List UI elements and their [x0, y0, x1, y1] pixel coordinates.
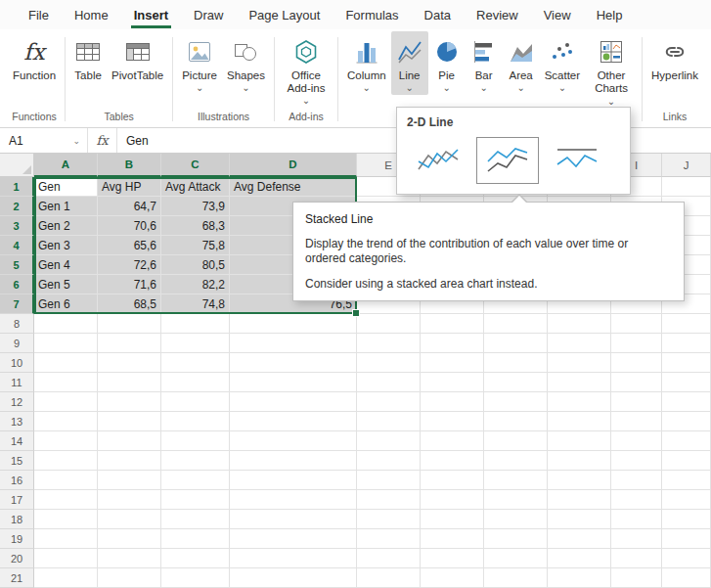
- row-header-21[interactable]: 21: [0, 568, 34, 588]
- cell-F10[interactable]: [421, 353, 484, 373]
- cell-J12[interactable]: [662, 392, 711, 412]
- row-header-4[interactable]: 4: [0, 236, 34, 255]
- cell-D15[interactable]: [230, 451, 357, 471]
- shapes-button[interactable]: Shapes ⌄: [222, 31, 270, 95]
- area-chart-button[interactable]: Area ⌄: [503, 31, 540, 95]
- cell-J11[interactable]: [662, 373, 711, 392]
- cell-E20[interactable]: [357, 549, 421, 568]
- insert-function-button[interactable]: fx: [88, 128, 117, 153]
- cell-B9[interactable]: [98, 334, 161, 353]
- cell-C13[interactable]: [161, 412, 230, 431]
- menu-tab-draw[interactable]: Draw: [181, 0, 236, 29]
- cell-H9[interactable]: [548, 334, 611, 353]
- cell-C14[interactable]: [161, 431, 230, 451]
- cell-J18[interactable]: [662, 510, 711, 529]
- row-header-20[interactable]: 20: [0, 549, 34, 568]
- cell-F11[interactable]: [421, 373, 484, 392]
- cell-H16[interactable]: [548, 471, 611, 490]
- cell-C2[interactable]: 73,9: [161, 197, 230, 216]
- column-header-C[interactable]: C: [161, 154, 230, 177]
- percent-stacked-line-option[interactable]: [546, 137, 608, 184]
- cell-B2[interactable]: 64,7: [98, 197, 161, 216]
- row-header-3[interactable]: 3: [0, 216, 34, 236]
- row-header-7[interactable]: 7: [0, 294, 34, 314]
- cell-J1[interactable]: [662, 177, 711, 197]
- row-header-2[interactable]: 2: [0, 197, 34, 216]
- cell-C9[interactable]: [161, 334, 230, 353]
- cell-E16[interactable]: [357, 471, 421, 490]
- cell-B8[interactable]: [98, 314, 161, 334]
- cell-D19[interactable]: [230, 529, 357, 549]
- cell-I13[interactable]: [611, 412, 662, 431]
- cell-A10[interactable]: [34, 353, 98, 373]
- cell-D14[interactable]: [230, 431, 357, 451]
- cell-I10[interactable]: [611, 353, 662, 373]
- row-header-10[interactable]: 10: [0, 353, 34, 373]
- scatter-chart-button[interactable]: Scatter ⌄: [540, 31, 585, 95]
- cell-A20[interactable]: [34, 549, 98, 568]
- cell-A16[interactable]: [34, 471, 98, 490]
- cell-D18[interactable]: [230, 510, 357, 529]
- cell-C15[interactable]: [161, 451, 230, 471]
- cell-A11[interactable]: [34, 373, 98, 392]
- cell-B13[interactable]: [98, 412, 161, 431]
- cell-J21[interactable]: [662, 568, 711, 588]
- cell-F21[interactable]: [421, 568, 484, 588]
- cell-J9[interactable]: [662, 334, 711, 353]
- function-button[interactable]: fx Function: [8, 31, 61, 84]
- cell-J17[interactable]: [662, 490, 711, 510]
- cell-I11[interactable]: [611, 373, 662, 392]
- bar-chart-button[interactable]: Bar ⌄: [466, 31, 503, 95]
- cell-B19[interactable]: [98, 529, 161, 549]
- cell-F17[interactable]: [421, 490, 484, 510]
- office-add-ins-button[interactable]: Office Add-ins ⌄: [279, 31, 333, 108]
- cell-A3[interactable]: Gen 2: [34, 216, 98, 236]
- menu-tab-page-layout[interactable]: Page Layout: [236, 0, 333, 29]
- cell-E21[interactable]: [357, 568, 421, 588]
- cell-C1[interactable]: Avg Attack: [161, 177, 230, 197]
- cell-C7[interactable]: 74,8: [161, 294, 230, 314]
- cell-C6[interactable]: 82,2: [161, 275, 230, 294]
- cell-H11[interactable]: [548, 373, 611, 392]
- cell-C4[interactable]: 75,8: [161, 236, 230, 255]
- cell-A2[interactable]: Gen 1: [34, 197, 98, 216]
- cell-B5[interactable]: 72,6: [98, 255, 161, 275]
- cell-F15[interactable]: [421, 451, 484, 471]
- cell-B20[interactable]: [98, 549, 161, 568]
- cell-G21[interactable]: [484, 568, 548, 588]
- cell-C12[interactable]: [161, 392, 230, 412]
- cell-C18[interactable]: [161, 510, 230, 529]
- cell-E19[interactable]: [357, 529, 421, 549]
- cell-D9[interactable]: [230, 334, 357, 353]
- cell-I14[interactable]: [611, 431, 662, 451]
- cell-E14[interactable]: [357, 431, 421, 451]
- cell-A15[interactable]: [34, 451, 98, 471]
- cell-A1[interactable]: Gen: [34, 177, 98, 197]
- cell-D21[interactable]: [230, 568, 357, 588]
- cell-B17[interactable]: [98, 490, 161, 510]
- cell-B6[interactable]: 71,6: [98, 275, 161, 294]
- row-header-9[interactable]: 9: [0, 334, 34, 353]
- column-header-D[interactable]: D: [230, 154, 357, 177]
- row-header-8[interactable]: 8: [0, 314, 34, 334]
- cell-I8[interactable]: [611, 314, 662, 334]
- cell-J16[interactable]: [662, 471, 711, 490]
- column-header-B[interactable]: B: [98, 154, 161, 177]
- cell-F9[interactable]: [421, 334, 484, 353]
- cell-F20[interactable]: [421, 549, 484, 568]
- cell-C3[interactable]: 68,3: [161, 216, 230, 236]
- cell-G12[interactable]: [484, 392, 548, 412]
- cell-C21[interactable]: [161, 568, 230, 588]
- cell-I19[interactable]: [611, 529, 662, 549]
- table-button[interactable]: Table: [69, 31, 107, 84]
- row-header-19[interactable]: 19: [0, 529, 34, 549]
- row-header-16[interactable]: 16: [0, 471, 34, 490]
- menu-tab-view[interactable]: View: [531, 0, 584, 29]
- cell-G18[interactable]: [484, 510, 548, 529]
- cell-F13[interactable]: [421, 412, 484, 431]
- cell-G8[interactable]: [484, 314, 548, 334]
- row-header-14[interactable]: 14: [0, 431, 34, 451]
- cell-B11[interactable]: [98, 373, 161, 392]
- name-box[interactable]: A1 ⌄: [0, 128, 88, 153]
- cell-B14[interactable]: [98, 431, 161, 451]
